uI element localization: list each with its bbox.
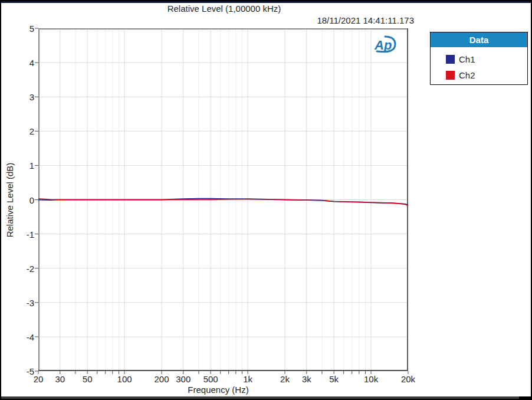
ap-graph-window: Relative Level (1,00000 kHz) 18/11/2021 … — [0, 0, 532, 400]
chart-svg[interactable] — [38, 28, 408, 371]
y-axis-label: Relative Level (dB) — [5, 163, 15, 238]
x-tick-label-300: 300 — [163, 374, 204, 384]
y-tick-label--5: -5 — [1, 366, 34, 376]
x-tick-label-2k: 2k — [264, 374, 306, 384]
y-tick-label--2: -2 — [1, 264, 34, 274]
x-tick-label-5k: 5k — [313, 374, 354, 384]
plot-area[interactable]: Ap — [38, 28, 408, 371]
ap-logo-icon: Ap — [373, 34, 398, 55]
x-tick-label-50: 50 — [67, 374, 108, 384]
x-tick-label-20: 20 — [18, 374, 59, 384]
top-border-bar — [0, 0, 532, 3]
x-axis-label: Frequency (Hz) — [32, 385, 404, 395]
y-tick-label-5: 5 — [1, 24, 34, 34]
legend-swatch-ch2 — [446, 71, 455, 80]
y-tick-label-3: 3 — [1, 92, 34, 102]
y-tick-label--4: -4 — [1, 332, 34, 342]
x-tick-label-1k: 1k — [227, 374, 268, 384]
timestamp: 18/11/2021 14:41:11.173 — [38, 15, 414, 25]
x-tick-label-30: 30 — [40, 374, 81, 384]
legend-item-ch2[interactable]: Ch2 — [446, 67, 527, 83]
legend-swatch-ch1 — [446, 55, 455, 64]
y-tick-label-2: 2 — [1, 126, 34, 136]
bottom-border-bar — [0, 396, 532, 400]
x-tick-label-20k: 20k — [387, 374, 429, 384]
x-tick-label-500: 500 — [190, 374, 231, 384]
x-tick-label-200: 200 — [141, 374, 182, 384]
legend-header: Data — [431, 32, 527, 47]
legend-panel: Data Ch1Ch2 — [430, 32, 528, 85]
x-tick-label-100: 100 — [104, 374, 145, 384]
legend-item-label: Ch2 — [459, 70, 475, 80]
ap-logo-text: Ap — [374, 38, 392, 53]
legend-item-ch1[interactable]: Ch1 — [446, 51, 527, 67]
x-tick-label-10k: 10k — [350, 374, 392, 384]
chart-title: Relative Level (1,00000 kHz) — [38, 4, 410, 14]
legend-items: Ch1Ch2 — [431, 47, 527, 83]
x-tick-label-3k: 3k — [286, 374, 327, 384]
y-tick-label--3: -3 — [1, 298, 34, 308]
legend-item-label: Ch1 — [459, 54, 475, 64]
y-tick-label-4: 4 — [1, 58, 34, 68]
